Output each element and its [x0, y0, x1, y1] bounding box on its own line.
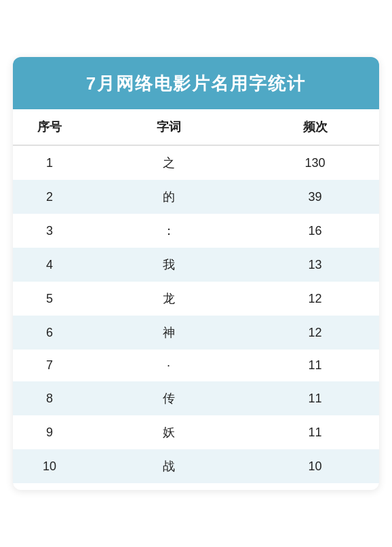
card-header: 7月网络电影片名用字统计: [13, 57, 379, 109]
table-row: 3：16: [13, 214, 379, 248]
cell-index: 10: [13, 449, 86, 483]
cell-freq: 12: [251, 316, 379, 350]
cell-freq: 16: [251, 214, 379, 248]
table-header-row: 序号 字词 频次: [13, 109, 379, 145]
page-title: 7月网络电影片名用字统计: [26, 72, 366, 96]
cell-freq: 13: [251, 248, 379, 282]
cell-word: 的: [86, 180, 251, 214]
cell-word: ：: [86, 214, 251, 248]
cell-freq: 12: [251, 282, 379, 316]
cell-index: 9: [13, 415, 86, 449]
col-header-freq: 频次: [251, 109, 379, 145]
table-row: 8传11: [13, 381, 379, 415]
cell-index: 4: [13, 248, 86, 282]
cell-index: 7: [13, 350, 86, 381]
table-row: 5龙12: [13, 282, 379, 316]
table-row: 2的39: [13, 180, 379, 214]
cell-word: ·: [86, 350, 251, 381]
cell-index: 8: [13, 381, 86, 415]
table-row: 6神12: [13, 316, 379, 350]
cell-freq: 10: [251, 449, 379, 483]
cell-freq: 39: [251, 180, 379, 214]
cell-word: 传: [86, 381, 251, 415]
table-row: 10战10: [13, 449, 379, 483]
data-table: 序号 字词 频次 1之1302的393：164我135龙126神127·118传…: [13, 109, 379, 483]
cell-index: 5: [13, 282, 86, 316]
cell-word: 神: [86, 316, 251, 350]
cell-word: 我: [86, 248, 251, 282]
cell-freq: 11: [251, 381, 379, 415]
cell-freq: 11: [251, 415, 379, 449]
cell-word: 之: [86, 145, 251, 180]
cell-index: 6: [13, 316, 86, 350]
cell-freq: 130: [251, 145, 379, 180]
table-row: 4我13: [13, 248, 379, 282]
col-header-word: 字词: [86, 109, 251, 145]
main-card: 7月网络电影片名用字统计 🐟🔍 河豚影视档案 序号 字词 频次 1之1302的3…: [13, 57, 379, 490]
col-header-index: 序号: [13, 109, 86, 145]
table-row: 7·11: [13, 350, 379, 381]
cell-index: 1: [13, 145, 86, 180]
cell-freq: 11: [251, 350, 379, 381]
table-row: 9妖11: [13, 415, 379, 449]
card-body: 🐟🔍 河豚影视档案 序号 字词 频次 1之1302的393：164我135龙12…: [13, 109, 379, 490]
cell-word: 战: [86, 449, 251, 483]
table-row: 1之130: [13, 145, 379, 180]
cell-index: 2: [13, 180, 86, 214]
cell-index: 3: [13, 214, 86, 248]
cell-word: 龙: [86, 282, 251, 316]
cell-word: 妖: [86, 415, 251, 449]
